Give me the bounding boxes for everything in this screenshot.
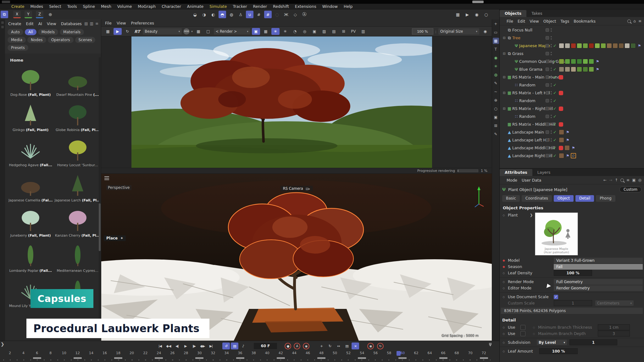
expand-icon[interactable]: ⊟	[503, 91, 507, 95]
image-add-icon[interactable]: ⊞	[340, 28, 348, 35]
attribute-tab[interactable]: Phong	[596, 195, 615, 202]
ruler-frame-number[interactable]: 16	[98, 351, 111, 357]
layer-chip[interactable]	[546, 83, 549, 87]
prev-frame-icon[interactable]: ◀|	[173, 343, 181, 349]
pen-tool-icon[interactable]: ✎	[493, 80, 499, 86]
flag-tag-icon[interactable]: ⚑	[638, 44, 641, 48]
paint-tool-icon[interactable]: ◉	[493, 55, 499, 61]
ruler-frame-number[interactable]: 6	[30, 351, 44, 357]
menu-item[interactable]: Redshift	[273, 4, 289, 9]
mode-icon-2[interactable]: ◑	[200, 11, 208, 18]
keyed-dot-icon[interactable]: ◆	[500, 259, 508, 262]
ruler-frame-number[interactable]: 66	[436, 351, 450, 357]
anim-dot-icon[interactable]: ◇	[500, 341, 508, 344]
expander-icon[interactable]: ❯	[530, 213, 533, 217]
object-row[interactable]: ⊟ Ψ Common Quaking Grass ✓ ⚑ ∅ ▣	[500, 58, 644, 65]
attribute-tab[interactable]: Detail	[575, 195, 594, 202]
object-row[interactable]: ⊟ ⧉ Focus Null ✓ ⚑ ∅ ▣	[500, 26, 644, 34]
subdivision-field[interactable]: 1	[569, 339, 617, 345]
list-view-icon[interactable]: ▥	[90, 21, 93, 26]
visibility-dots[interactable]	[550, 123, 552, 126]
axis-lock-button[interactable]: X	[13, 11, 21, 18]
object-row[interactable]: ⊟ Ψ Blue Grama ✓ ⚑ ∅ ▣	[500, 65, 644, 73]
anim-dot-icon[interactable]: ◇	[500, 287, 508, 290]
ruler-frame-number[interactable]: 2	[3, 351, 17, 357]
asset-menu-item[interactable]: View	[47, 21, 56, 26]
asset-item[interactable]: Honey Locust 'Sunbur...	[54, 136, 101, 168]
grid-icon[interactable]: ▦	[194, 28, 203, 35]
preview-range-icon[interactable]: ▤	[231, 343, 238, 349]
use-min-branch-checkbox[interactable]: ✓	[520, 325, 525, 330]
om-menu-item[interactable]: File	[507, 19, 513, 24]
layer-chip[interactable]	[546, 123, 549, 126]
layer-chip[interactable]	[546, 28, 549, 32]
layer-chip[interactable]	[546, 68, 549, 71]
object-row[interactable]: ⊟ ▲ Landscape Right Hill ✓ ⚑ ∅ ▣	[500, 152, 644, 160]
visibility-dots[interactable]	[550, 154, 552, 157]
snowflake-g-icon[interactable]: ✳	[281, 28, 289, 35]
attribute-tab[interactable]: Coordinates	[522, 195, 552, 202]
capsule-a-icon[interactable]: Ⓐ	[301, 11, 308, 18]
ruler-frame-number[interactable]: 14	[84, 351, 98, 357]
expand-icon[interactable]: ⊟	[503, 75, 507, 79]
quantize-grid-icon[interactable]: #	[255, 11, 263, 18]
layer-chip[interactable]	[546, 99, 549, 102]
object-row[interactable]: ⊟ ▦ RS Matrix - Main Ground ✓ ⚑ ∅ ▣	[500, 73, 644, 81]
menu-item[interactable]: Simulate	[209, 4, 227, 9]
flag-tag-icon[interactable]: ⚑	[596, 59, 599, 64]
key-pla-icon[interactable]: ×	[352, 343, 359, 349]
filter-button[interactable]: Scenes	[75, 37, 96, 43]
quantize-grid-settings-icon[interactable]: #	[264, 11, 272, 18]
filter-button[interactable]: Operators	[48, 37, 74, 43]
snapshot-icon[interactable]: ▦	[104, 28, 112, 35]
channel-caret-icon[interactable]: ▾	[191, 30, 193, 33]
material-tags[interactable]	[564, 145, 570, 151]
rt-toggle[interactable]: RT	[134, 29, 140, 34]
panel-handle-icon[interactable]	[1, 21, 4, 24]
search-icon[interactable]	[627, 19, 631, 23]
material-tags[interactable]	[559, 59, 595, 64]
visibility-dots[interactable]	[550, 44, 552, 47]
filter-icon[interactable]: ≡	[638, 19, 641, 23]
camera-tool-icon[interactable]: ▣	[493, 114, 499, 120]
material-tags[interactable]	[559, 153, 565, 158]
filter-button[interactable]: Media	[8, 37, 26, 43]
axis-tool-icon[interactable]: ⊕	[493, 97, 499, 103]
back-icon[interactable]: ←	[603, 178, 607, 182]
anim-dot-icon[interactable]: ◇	[500, 272, 508, 275]
anim-dot-icon[interactable]: ◇	[500, 326, 508, 329]
visibility-dots[interactable]	[550, 146, 552, 150]
pv-icon[interactable]: PV	[349, 28, 358, 35]
compare-circle-icon[interactable]: ◔	[291, 28, 299, 35]
crop-icon[interactable]: □	[204, 28, 212, 35]
search-icon[interactable]	[620, 178, 624, 182]
enabled-check-icon[interactable]: ✓	[553, 106, 558, 111]
disabled-tool-icon[interactable]: ◌	[273, 11, 281, 18]
om-menu-item[interactable]: Tags	[561, 19, 569, 24]
render-view-icon[interactable]: ▦	[454, 11, 462, 18]
ruler-frame-number[interactable]: 28	[179, 351, 193, 357]
enabled-check-icon[interactable]: ✓	[553, 59, 558, 64]
material-tags[interactable]	[559, 43, 636, 48]
render-view-canvas[interactable]	[101, 36, 492, 168]
object-row[interactable]: ⊟ ▦ RS Matrix - Right Hill ✓ ⚑ ∅ ▣	[500, 105, 644, 112]
ruler-frame-number[interactable]: 62	[409, 351, 423, 357]
keyframe-settings-icon[interactable]: ◉	[303, 343, 309, 349]
render-mode-dropdown[interactable]: Full Geometry	[554, 279, 643, 285]
asset-item[interactable]: Lombardy Poplar (Fall...	[8, 242, 53, 274]
object-row[interactable]: ⊟ ∷ Random ✓ ⚑ ∅ ▣	[500, 81, 644, 89]
mode-icon-1[interactable]: ◒	[191, 11, 199, 18]
flag-tag-icon[interactable]: ⚑	[566, 154, 569, 158]
attribute-tab[interactable]: Basic	[502, 195, 520, 202]
asset-item[interactable]: Mediterranean Cypres...	[54, 242, 101, 274]
visibility-dots[interactable]	[550, 99, 552, 102]
minimal-record-icon[interactable]: ◉	[367, 343, 374, 349]
visibility-dots[interactable]	[550, 130, 552, 134]
ruler-frame-number[interactable]: 22	[139, 351, 152, 357]
key-scale-icon[interactable]: ↔	[335, 343, 342, 349]
ruler-frame-number[interactable]: 58	[382, 351, 396, 357]
redshift-tag-icon[interactable]	[559, 146, 563, 150]
flag-tag-icon[interactable]: ⚑	[596, 67, 599, 72]
grid-view-icon[interactable]: ▤	[84, 21, 88, 26]
visibility-dots[interactable]	[550, 138, 552, 142]
